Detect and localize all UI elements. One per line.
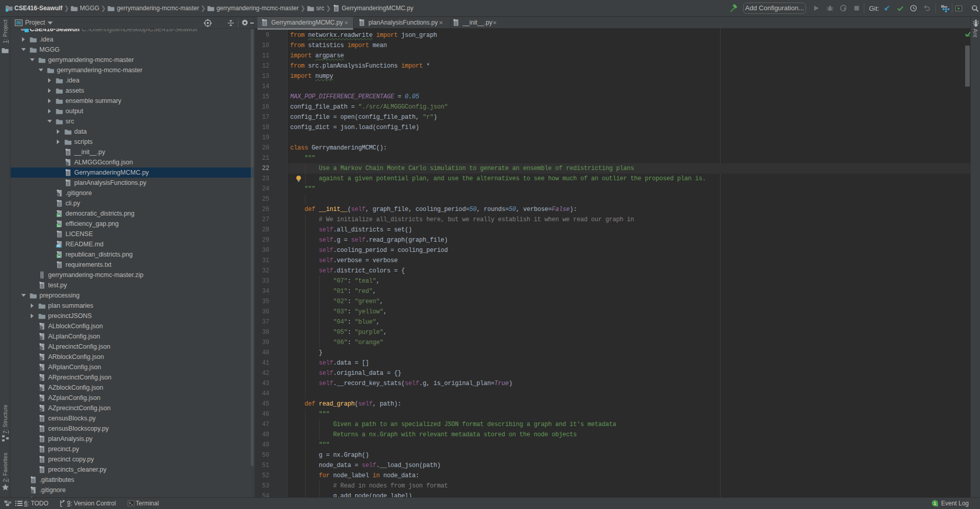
- svg-text:1: 1: [933, 501, 936, 506]
- svg-text:MD: MD: [57, 245, 61, 247]
